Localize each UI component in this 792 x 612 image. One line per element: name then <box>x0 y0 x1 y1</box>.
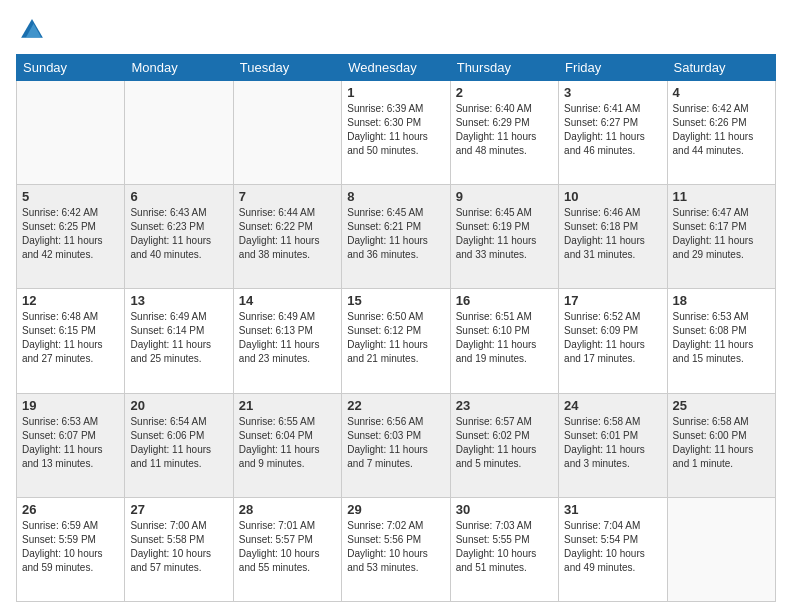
table-row: 26Sunrise: 6:59 AM Sunset: 5:59 PM Dayli… <box>17 497 125 601</box>
day-number: 23 <box>456 398 553 413</box>
day-info: Sunrise: 6:58 AM Sunset: 6:01 PM Dayligh… <box>564 415 661 471</box>
day-number: 16 <box>456 293 553 308</box>
day-number: 8 <box>347 189 444 204</box>
day-number: 6 <box>130 189 227 204</box>
table-row: 4Sunrise: 6:42 AM Sunset: 6:26 PM Daylig… <box>667 81 775 185</box>
table-row: 20Sunrise: 6:54 AM Sunset: 6:06 PM Dayli… <box>125 393 233 497</box>
day-number: 24 <box>564 398 661 413</box>
table-row: 30Sunrise: 7:03 AM Sunset: 5:55 PM Dayli… <box>450 497 558 601</box>
calendar-row: 12Sunrise: 6:48 AM Sunset: 6:15 PM Dayli… <box>17 289 776 393</box>
day-info: Sunrise: 7:00 AM Sunset: 5:58 PM Dayligh… <box>130 519 227 575</box>
day-number: 27 <box>130 502 227 517</box>
day-number: 22 <box>347 398 444 413</box>
calendar-row: 5Sunrise: 6:42 AM Sunset: 6:25 PM Daylig… <box>17 185 776 289</box>
day-number: 20 <box>130 398 227 413</box>
logo <box>16 16 48 44</box>
table-row: 21Sunrise: 6:55 AM Sunset: 6:04 PM Dayli… <box>233 393 341 497</box>
day-number: 18 <box>673 293 770 308</box>
table-row: 8Sunrise: 6:45 AM Sunset: 6:21 PM Daylig… <box>342 185 450 289</box>
day-number: 9 <box>456 189 553 204</box>
day-info: Sunrise: 7:02 AM Sunset: 5:56 PM Dayligh… <box>347 519 444 575</box>
day-info: Sunrise: 7:01 AM Sunset: 5:57 PM Dayligh… <box>239 519 336 575</box>
day-number: 28 <box>239 502 336 517</box>
table-row: 22Sunrise: 6:56 AM Sunset: 6:03 PM Dayli… <box>342 393 450 497</box>
day-number: 10 <box>564 189 661 204</box>
day-number: 30 <box>456 502 553 517</box>
header <box>16 16 776 44</box>
day-info: Sunrise: 6:46 AM Sunset: 6:18 PM Dayligh… <box>564 206 661 262</box>
table-row: 2Sunrise: 6:40 AM Sunset: 6:29 PM Daylig… <box>450 81 558 185</box>
table-row: 11Sunrise: 6:47 AM Sunset: 6:17 PM Dayli… <box>667 185 775 289</box>
day-number: 5 <box>22 189 119 204</box>
table-row: 3Sunrise: 6:41 AM Sunset: 6:27 PM Daylig… <box>559 81 667 185</box>
day-info: Sunrise: 6:49 AM Sunset: 6:13 PM Dayligh… <box>239 310 336 366</box>
logo-icon <box>18 16 46 44</box>
weekday-header: Wednesday <box>342 55 450 81</box>
day-number: 2 <box>456 85 553 100</box>
day-number: 17 <box>564 293 661 308</box>
day-info: Sunrise: 6:41 AM Sunset: 6:27 PM Dayligh… <box>564 102 661 158</box>
day-info: Sunrise: 6:44 AM Sunset: 6:22 PM Dayligh… <box>239 206 336 262</box>
day-info: Sunrise: 6:47 AM Sunset: 6:17 PM Dayligh… <box>673 206 770 262</box>
day-info: Sunrise: 6:54 AM Sunset: 6:06 PM Dayligh… <box>130 415 227 471</box>
day-number: 12 <box>22 293 119 308</box>
weekday-header: Saturday <box>667 55 775 81</box>
table-row: 1Sunrise: 6:39 AM Sunset: 6:30 PM Daylig… <box>342 81 450 185</box>
table-row: 6Sunrise: 6:43 AM Sunset: 6:23 PM Daylig… <box>125 185 233 289</box>
weekday-header: Thursday <box>450 55 558 81</box>
table-row: 9Sunrise: 6:45 AM Sunset: 6:19 PM Daylig… <box>450 185 558 289</box>
table-row: 29Sunrise: 7:02 AM Sunset: 5:56 PM Dayli… <box>342 497 450 601</box>
weekday-header: Sunday <box>17 55 125 81</box>
day-number: 14 <box>239 293 336 308</box>
day-info: Sunrise: 6:42 AM Sunset: 6:26 PM Dayligh… <box>673 102 770 158</box>
calendar-row: 1Sunrise: 6:39 AM Sunset: 6:30 PM Daylig… <box>17 81 776 185</box>
table-row: 17Sunrise: 6:52 AM Sunset: 6:09 PM Dayli… <box>559 289 667 393</box>
table-row: 13Sunrise: 6:49 AM Sunset: 6:14 PM Dayli… <box>125 289 233 393</box>
day-number: 26 <box>22 502 119 517</box>
weekday-header: Tuesday <box>233 55 341 81</box>
table-row: 14Sunrise: 6:49 AM Sunset: 6:13 PM Dayli… <box>233 289 341 393</box>
header-row: SundayMondayTuesdayWednesdayThursdayFrid… <box>17 55 776 81</box>
table-row <box>17 81 125 185</box>
day-info: Sunrise: 6:57 AM Sunset: 6:02 PM Dayligh… <box>456 415 553 471</box>
table-row: 19Sunrise: 6:53 AM Sunset: 6:07 PM Dayli… <box>17 393 125 497</box>
table-row: 12Sunrise: 6:48 AM Sunset: 6:15 PM Dayli… <box>17 289 125 393</box>
day-info: Sunrise: 6:56 AM Sunset: 6:03 PM Dayligh… <box>347 415 444 471</box>
day-info: Sunrise: 6:59 AM Sunset: 5:59 PM Dayligh… <box>22 519 119 575</box>
table-row: 15Sunrise: 6:50 AM Sunset: 6:12 PM Dayli… <box>342 289 450 393</box>
day-info: Sunrise: 7:03 AM Sunset: 5:55 PM Dayligh… <box>456 519 553 575</box>
table-row: 5Sunrise: 6:42 AM Sunset: 6:25 PM Daylig… <box>17 185 125 289</box>
day-info: Sunrise: 6:55 AM Sunset: 6:04 PM Dayligh… <box>239 415 336 471</box>
day-number: 3 <box>564 85 661 100</box>
day-info: Sunrise: 6:50 AM Sunset: 6:12 PM Dayligh… <box>347 310 444 366</box>
table-row <box>125 81 233 185</box>
day-info: Sunrise: 6:53 AM Sunset: 6:08 PM Dayligh… <box>673 310 770 366</box>
day-info: Sunrise: 6:52 AM Sunset: 6:09 PM Dayligh… <box>564 310 661 366</box>
day-info: Sunrise: 6:58 AM Sunset: 6:00 PM Dayligh… <box>673 415 770 471</box>
table-row: 18Sunrise: 6:53 AM Sunset: 6:08 PM Dayli… <box>667 289 775 393</box>
day-number: 4 <box>673 85 770 100</box>
table-row <box>233 81 341 185</box>
day-info: Sunrise: 6:43 AM Sunset: 6:23 PM Dayligh… <box>130 206 227 262</box>
day-number: 15 <box>347 293 444 308</box>
day-number: 7 <box>239 189 336 204</box>
day-info: Sunrise: 6:51 AM Sunset: 6:10 PM Dayligh… <box>456 310 553 366</box>
table-row: 23Sunrise: 6:57 AM Sunset: 6:02 PM Dayli… <box>450 393 558 497</box>
page: SundayMondayTuesdayWednesdayThursdayFrid… <box>0 0 792 612</box>
day-number: 1 <box>347 85 444 100</box>
table-row: 28Sunrise: 7:01 AM Sunset: 5:57 PM Dayli… <box>233 497 341 601</box>
calendar-row: 26Sunrise: 6:59 AM Sunset: 5:59 PM Dayli… <box>17 497 776 601</box>
table-row: 27Sunrise: 7:00 AM Sunset: 5:58 PM Dayli… <box>125 497 233 601</box>
table-row: 25Sunrise: 6:58 AM Sunset: 6:00 PM Dayli… <box>667 393 775 497</box>
table-row: 31Sunrise: 7:04 AM Sunset: 5:54 PM Dayli… <box>559 497 667 601</box>
weekday-header: Friday <box>559 55 667 81</box>
day-number: 29 <box>347 502 444 517</box>
day-info: Sunrise: 6:39 AM Sunset: 6:30 PM Dayligh… <box>347 102 444 158</box>
table-row: 10Sunrise: 6:46 AM Sunset: 6:18 PM Dayli… <box>559 185 667 289</box>
table-row: 24Sunrise: 6:58 AM Sunset: 6:01 PM Dayli… <box>559 393 667 497</box>
day-info: Sunrise: 6:45 AM Sunset: 6:21 PM Dayligh… <box>347 206 444 262</box>
calendar-row: 19Sunrise: 6:53 AM Sunset: 6:07 PM Dayli… <box>17 393 776 497</box>
calendar-table: SundayMondayTuesdayWednesdayThursdayFrid… <box>16 54 776 602</box>
table-row: 7Sunrise: 6:44 AM Sunset: 6:22 PM Daylig… <box>233 185 341 289</box>
day-number: 31 <box>564 502 661 517</box>
